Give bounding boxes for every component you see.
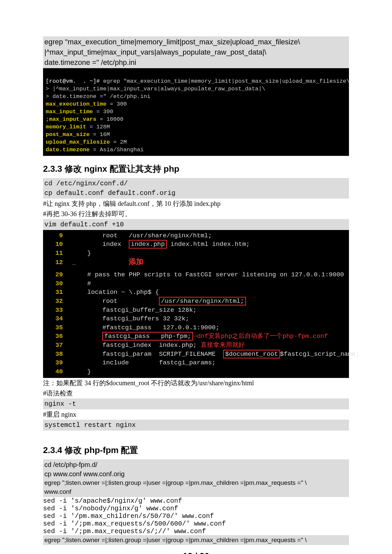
highlight-box: $document_root <box>223 350 280 358</box>
cursor: _ <box>72 259 76 266</box>
term-text: fastcgi_param SCRIPT_FILENAME <box>72 350 223 358</box>
term-val: = 2M <box>110 139 127 145</box>
highlight-box: index.php <box>129 240 167 249</box>
term-text: #fastcgi_pass 127.0.0.1:9000; <box>72 324 220 331</box>
term-text: fastcgi_index index.php; <box>72 342 201 349</box>
term-text: fastcgi_buffers 32 32k; <box>72 315 189 322</box>
code-line: systemctl restart nginx <box>43 420 349 431</box>
term-key: post_max_size <box>46 131 90 138</box>
code-line: sed -i 's/nobody/nginx/g' www.conf <box>43 505 349 512</box>
term-text: # pass the PHP scripts to FastCGI server… <box>72 271 344 278</box>
term-key: max_execution_time <box>46 101 107 107</box>
line-number: 34 <box>46 314 72 323</box>
line-number: 9 <box>46 231 72 240</box>
code-line: vim default.conf +10 <box>43 219 349 230</box>
page-number: 18 / 36 <box>43 551 349 554</box>
heading-234: 2.3.4 修改 php-fpm 配置 <box>43 444 349 456</box>
term-val: = 300 <box>93 109 113 115</box>
code-line: egrep "max_execution_time|memory_limit|p… <box>44 37 348 47</box>
term-val: = 16M <box>90 131 110 138</box>
term-text: location ~ \.php$ { <box>72 289 159 296</box>
term-prompt: [root@vm. . ~]# <box>46 78 103 84</box>
line-number: 11 <box>46 249 72 258</box>
note-text: 注：如果配置 34 行的$document_root 不行的话就改为/usr/s… <box>43 378 349 388</box>
term-key: memory_limit <box>46 124 86 130</box>
terminal-output-1: [root@vm. . ~]# egrep "max_execution_tim… <box>43 68 349 156</box>
line-number: 32 <box>46 297 72 306</box>
code-line: sed -i '/pm.max_children/s/50/70/' www.c… <box>43 512 349 520</box>
line-number: 31 <box>46 288 72 297</box>
line-number: 12 <box>46 258 72 267</box>
line-number: 36 <box>46 332 72 341</box>
term-cmd: egrep "max_execution_time|memory_limit|p… <box>103 78 350 84</box>
text-line: #再把 30-36 行注解去掉即可。 <box>43 209 349 219</box>
code-line: egrep ";listen.owner =|;listen.group =|u… <box>43 535 349 545</box>
term-text: fastcgi_buffer_size 128k; <box>72 306 197 314</box>
term-text: # <box>72 280 91 287</box>
annotation: 直接拿来用就好 <box>201 342 245 349</box>
term-cmd: > |^max_input_time|max_input_vars|always… <box>46 86 265 92</box>
terminal-output-2: 9 root /usr/share/nginx/html; 10 index i… <box>43 230 349 378</box>
annotation: 添加 <box>129 258 143 266</box>
term-text: root /usr/share/nginx/html; <box>72 232 212 239</box>
code-line: cd /etc/nginx/conf.d/ <box>44 179 348 188</box>
term-val: = 300 <box>107 101 127 107</box>
code-line: egrep ";listen.owner =|;listen.group =|u… <box>44 479 348 487</box>
code-line: cd /etc/php-fpm.d/ <box>44 460 348 469</box>
term-key: upload_max_filesize <box>46 139 110 145</box>
code-block-233: cd /etc/nginx/conf.d/ cp default.conf de… <box>43 178 349 199</box>
term-text: } <box>72 368 91 375</box>
code-line: sed -i '/;pm.max_requests/s/500/600/' ww… <box>43 520 349 528</box>
term-val: = 128M <box>86 124 110 130</box>
arrow-icon: → <box>193 333 197 340</box>
annotation: dnf安装php之后自动多了一个php-fpm.conf <box>197 333 328 340</box>
term-val: = 10000 <box>96 116 123 122</box>
term-text: root <box>72 298 159 305</box>
line-number: 30 <box>46 279 72 288</box>
line-number: 35 <box>46 323 72 332</box>
term-text: index <box>72 241 129 248</box>
code-block-egrep: egrep "max_execution_time|memory_limit|p… <box>43 36 349 68</box>
term-text: index.html index.htm; <box>167 241 250 248</box>
line-number: 10 <box>46 240 72 249</box>
code-line: nginx -t <box>43 398 349 409</box>
line-number: 38 <box>46 350 72 359</box>
term-text: $fastcgi_script_name; <box>280 350 359 358</box>
term-text: include fastcgi_params; <box>72 359 216 366</box>
code-block-234: cd /etc/php-fpm.d/ cp www.conf www.conf.… <box>43 459 349 497</box>
line-number: 33 <box>46 306 72 315</box>
line-number: 39 <box>46 358 72 367</box>
term-key: ;max_input_vars <box>46 116 96 122</box>
comment-line: #语法检查 <box>43 388 349 398</box>
text-line: #让 nginx 支持 php，编辑 default.conf，第 10 行添加… <box>43 199 349 209</box>
term-text: } <box>72 250 91 257</box>
comment-line: #重启 nginx <box>43 409 349 420</box>
term-val: = Asia/Shanghai <box>90 147 144 153</box>
highlight-box: /usr/share/nginx/html; <box>159 297 246 305</box>
line-number: 37 <box>46 341 72 350</box>
code-line: sed -i 's/apache$/nginx/g' www.conf <box>43 497 349 505</box>
heading-233: 2.3.3 修改 nginx 配置让其支持 php <box>43 163 349 175</box>
term-key: date.timezone <box>46 147 90 153</box>
line-number: 29 <box>46 270 72 279</box>
line-number: 40 <box>46 367 72 376</box>
code-line: cp default.conf default.conf.orig <box>44 188 348 198</box>
code-line: |^max_input_time|max_input_vars|always_p… <box>44 47 348 58</box>
term-cmd: > date.timezone =" /etc/php.ini <box>46 93 150 100</box>
code-line: cp www.conf www.conf.orig <box>44 469 348 479</box>
code-line: sed -i '/;pm.max_requests/s/;//' www.con… <box>43 528 349 535</box>
highlight-box: fastcgi_pass php-fpm; <box>102 332 193 341</box>
code-line: date.timezone =" /etc/php.ini <box>44 58 348 68</box>
code-line: www.conf <box>44 487 348 496</box>
term-key: max_input_time <box>46 109 93 115</box>
